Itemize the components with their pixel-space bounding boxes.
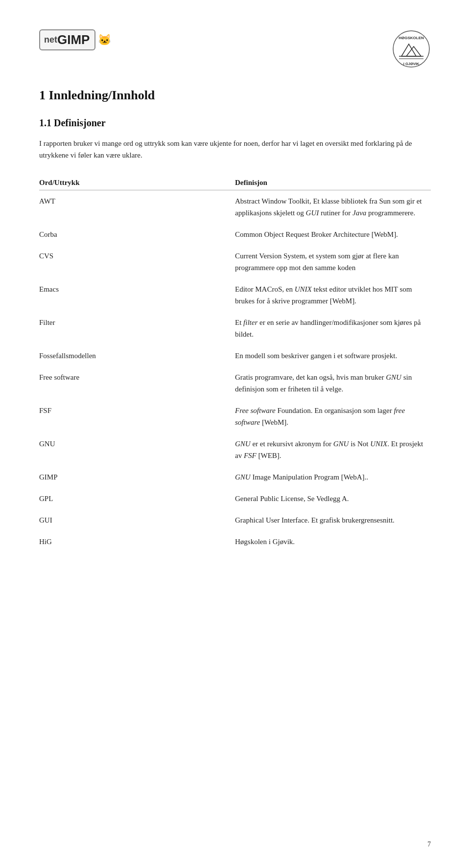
table-row: Free softwareGratis programvare, det kan… (39, 366, 431, 400)
hig-logo: HØGSKOLEN I GJØVIK (392, 29, 431, 69)
term-cell: GIMP (39, 466, 235, 488)
definition-cell: Graphical User Interface. Et grafisk bru… (235, 509, 431, 531)
table-row: GPLGeneral Public License, Se Vedlegg A. (39, 488, 431, 509)
definition-cell: GNU Image Manipulation Program [WebA].. (235, 466, 431, 488)
netgimp-logo: net GIMP 🐱 (39, 29, 111, 50)
definition-cell: Gratis programvare, det kan også, hvis m… (235, 366, 431, 400)
definition-cell: Et filter er en serie av handlinger/modi… (235, 312, 431, 345)
definition-table: Ord/Uttrykk Definisjon AWTAbstract Windo… (39, 176, 431, 552)
term-cell: Corba (39, 224, 235, 245)
term-cell: Filter (39, 312, 235, 345)
svg-text:HØGSKOLEN: HØGSKOLEN (399, 36, 424, 40)
table-row: AWTAbstract Window Toolkit, Et klasse bi… (39, 190, 431, 224)
term-cell: GUI (39, 509, 235, 531)
term-cell: Fossefallsmodellen (39, 345, 235, 366)
definition-cell: Editor MACroS, en UNIX tekst editor utvi… (235, 278, 431, 312)
table-row: GUIGraphical User Interface. Et grafisk … (39, 509, 431, 531)
definition-cell: Høgskolen i Gjøvik. (235, 531, 431, 552)
col2-header: Definisjon (235, 176, 431, 190)
table-row: CorbaCommon Object Request Broker Archit… (39, 224, 431, 245)
header: net GIMP 🐱 HØGSKOLEN I GJØVIK (39, 29, 431, 69)
cat-icon: 🐱 (98, 34, 111, 46)
main-title: 1 Innledning/Innhold (39, 88, 431, 103)
table-row: FilterEt filter er en serie av handlinge… (39, 312, 431, 345)
table-row: GNUGNU er et rekursivt akronym for GNU i… (39, 433, 431, 466)
term-cell: GNU (39, 433, 235, 466)
term-cell: HiG (39, 531, 235, 552)
hig-logo-svg: HØGSKOLEN I GJØVIK (392, 29, 431, 69)
table-row: EmacsEditor MACroS, en UNIX tekst editor… (39, 278, 431, 312)
definition-cell: GNU er et rekursivt akronym for GNU is N… (235, 433, 431, 466)
table-row: FossefallsmodellenEn modell som beskrive… (39, 345, 431, 366)
definition-cell: En modell som beskriver gangen i et soft… (235, 345, 431, 366)
definition-cell: Current Version System, et system som gj… (235, 245, 431, 278)
term-cell: Free software (39, 366, 235, 400)
gimp-text: GIMP (57, 32, 90, 47)
term-cell: Emacs (39, 278, 235, 312)
definition-cell: Common Object Request Broker Architectur… (235, 224, 431, 245)
page: net GIMP 🐱 HØGSKOLEN I GJØVIK 1 Innle (0, 0, 470, 868)
definition-cell: Free software Foundation. En organisasjo… (235, 400, 431, 433)
net-text: net (44, 35, 57, 45)
definition-cell: General Public License, Se Vedlegg A. (235, 488, 431, 509)
table-row: FSFFree software Foundation. En organisa… (39, 400, 431, 433)
table-row: GIMPGNU Image Manipulation Program [WebA… (39, 466, 431, 488)
term-cell: AWT (39, 190, 235, 224)
table-row: HiGHøgskolen i Gjøvik. (39, 531, 431, 552)
term-cell: CVS (39, 245, 235, 278)
term-cell: FSF (39, 400, 235, 433)
intro-text: I rapporten bruker vi mange ord og uttry… (39, 137, 431, 161)
term-cell: GPL (39, 488, 235, 509)
table-row: CVSCurrent Version System, et system som… (39, 245, 431, 278)
definition-cell: Abstract Window Toolkit, Et klasse bibli… (235, 190, 431, 224)
svg-text:I GJØVIK: I GJØVIK (403, 62, 420, 66)
page-number: 7 (427, 841, 431, 848)
section-title: 1.1 Definisjoner (39, 117, 431, 129)
col1-header: Ord/Uttrykk (39, 176, 235, 190)
